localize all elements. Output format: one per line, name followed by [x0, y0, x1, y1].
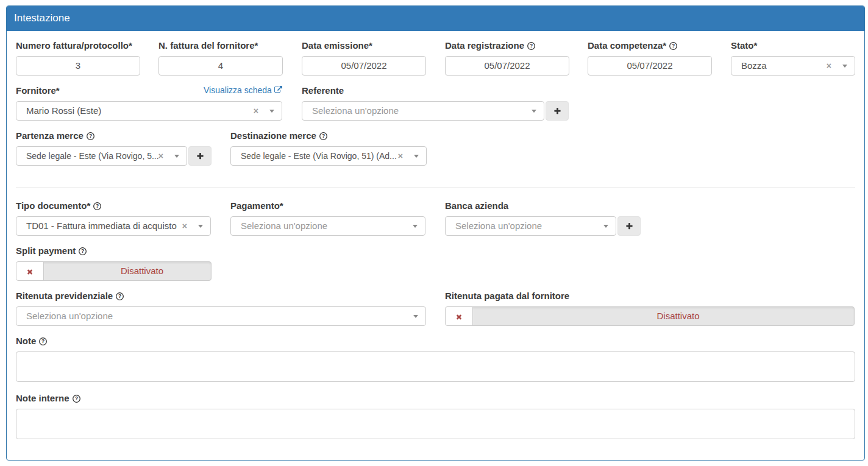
svg-text:?: ?: [74, 395, 77, 401]
svg-text:?: ?: [41, 338, 44, 344]
svg-text:?: ?: [96, 203, 99, 209]
svg-text:?: ?: [672, 43, 675, 49]
svg-text:?: ?: [530, 43, 533, 49]
svg-text:?: ?: [81, 248, 84, 254]
svg-text:?: ?: [322, 133, 325, 139]
svg-text:?: ?: [118, 293, 121, 299]
svg-text:?: ?: [89, 133, 92, 139]
